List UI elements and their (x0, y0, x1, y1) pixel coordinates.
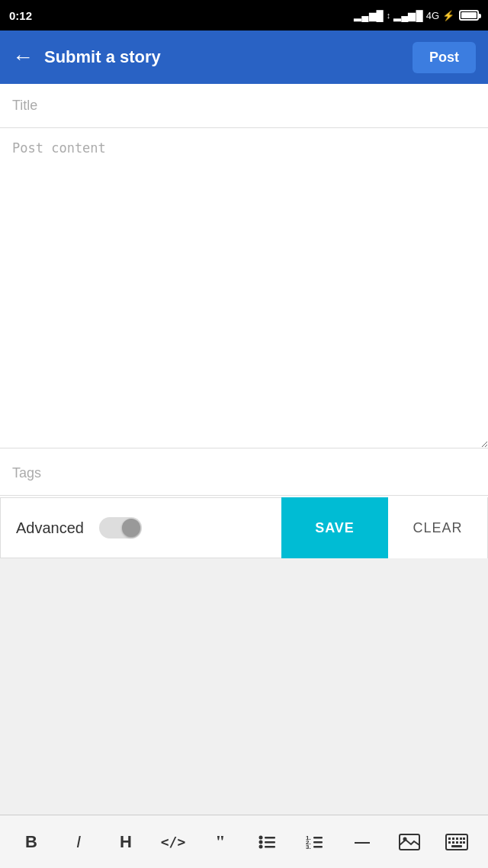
status-time: 0:12 (9, 9, 32, 22)
quote-button[interactable]: " (205, 827, 236, 857)
main-content: Advanced SAVE CLEAR (0, 84, 488, 558)
svg-rect-24 (463, 841, 465, 844)
svg-rect-16 (452, 837, 454, 840)
network-label: 4G (426, 10, 439, 21)
header: ← Submit a story Post (0, 31, 488, 84)
advanced-section: Advanced (1, 517, 281, 538)
clear-button[interactable]: CLEAR (388, 497, 487, 558)
svg-rect-25 (451, 845, 462, 847)
italic-button[interactable]: I (63, 827, 94, 857)
svg-rect-1 (265, 837, 275, 839)
content-textarea[interactable] (0, 128, 488, 448)
svg-rect-20 (448, 841, 451, 844)
bottom-toolbar: B I H </> " 1. 2. 3. — (0, 815, 488, 868)
divider-button[interactable]: — (347, 827, 377, 857)
svg-rect-3 (265, 841, 275, 844)
numbered-list-button[interactable]: 1. 2. 3. (300, 827, 330, 857)
svg-text:3.: 3. (306, 844, 311, 850)
bolt-icon: ⚡ (442, 10, 454, 21)
signal-icons: ▂▄▆█ ↕ ▂▄▆█ 4G ⚡ (354, 10, 454, 21)
status-bar: 0:12 ▂▄▆█ ↕ ▂▄▆█ 4G ⚡ (0, 0, 488, 31)
bold-button[interactable]: B (16, 827, 47, 857)
svg-point-4 (259, 844, 263, 848)
svg-rect-11 (313, 846, 323, 848)
bullet-list-button[interactable] (252, 827, 283, 857)
post-button[interactable]: Post (413, 42, 476, 73)
keyboard-button[interactable] (441, 827, 472, 857)
back-button[interactable]: ← (12, 47, 34, 68)
toggle-track (99, 517, 142, 538)
data-icon: ↕ (387, 11, 391, 20)
advanced-row: Advanced SAVE CLEAR (0, 497, 488, 558)
signal2-icon: ▂▄▆█ (393, 10, 422, 21)
svg-rect-15 (448, 837, 451, 840)
image-button[interactable] (394, 827, 425, 857)
gray-area (0, 558, 488, 757)
code-button[interactable]: </> (158, 827, 188, 857)
svg-point-0 (259, 835, 263, 839)
title-input[interactable] (0, 84, 488, 128)
svg-rect-5 (265, 846, 275, 848)
tags-input[interactable] (0, 452, 488, 496)
status-icons: ▂▄▆█ ↕ ▂▄▆█ 4G ⚡ (354, 10, 479, 21)
svg-rect-7 (313, 837, 323, 839)
svg-rect-19 (463, 837, 465, 840)
svg-rect-23 (460, 841, 462, 844)
svg-rect-21 (452, 841, 454, 844)
page-title: Submit a story (44, 47, 161, 67)
toggle-thumb (122, 519, 140, 537)
header-left: ← Submit a story (12, 47, 161, 68)
advanced-label: Advanced (16, 519, 84, 537)
svg-rect-22 (456, 841, 458, 844)
advanced-toggle[interactable] (99, 517, 142, 538)
signal-icon: ▂▄▆█ (354, 10, 383, 21)
svg-point-2 (259, 840, 263, 844)
svg-rect-18 (460, 837, 462, 840)
svg-rect-17 (456, 837, 458, 840)
svg-rect-9 (313, 841, 323, 844)
battery-icon (459, 10, 479, 21)
heading-button[interactable]: H (111, 827, 141, 857)
save-button[interactable]: SAVE (281, 497, 388, 558)
